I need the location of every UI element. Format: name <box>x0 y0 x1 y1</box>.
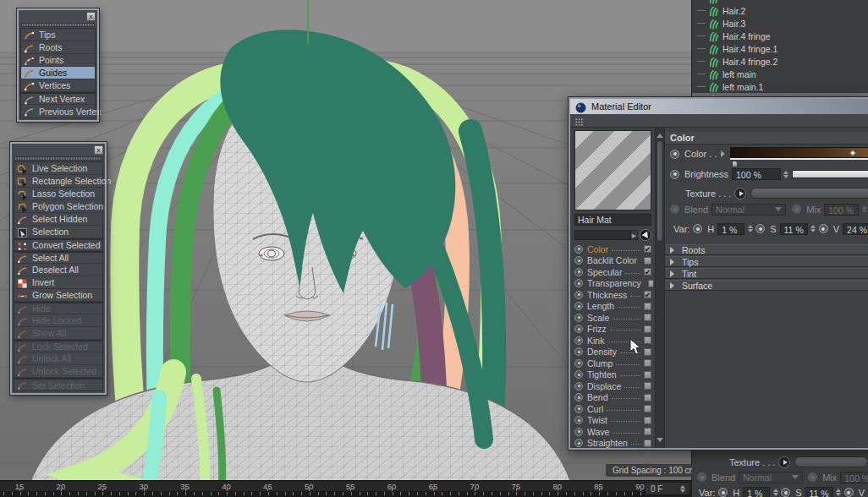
channel-radio[interactable] <box>574 291 583 299</box>
channel-radio[interactable] <box>574 405 583 413</box>
palette-grip-handle[interactable] <box>14 156 102 161</box>
channel-radio[interactable] <box>574 439 583 447</box>
material-layer-field[interactable] <box>574 230 630 240</box>
channel-displace[interactable]: Displace <box>574 380 653 392</box>
expand-arrow-icon[interactable]: ▶ <box>630 230 638 240</box>
palette-item-roots[interactable]: Roots <box>21 41 95 54</box>
pick-material-icon[interactable] <box>640 229 651 241</box>
palette-item-tips[interactable]: Tips <box>21 29 95 41</box>
blend-radio[interactable] <box>670 205 679 214</box>
scroll-down-icon[interactable] <box>656 438 663 445</box>
channel-radio[interactable] <box>574 428 583 436</box>
h-value-field[interactable]: 1 % <box>743 487 770 497</box>
channel-checkbox[interactable] <box>644 325 651 333</box>
palette-item-lasso-selection[interactable]: Lasso Selection <box>14 188 102 200</box>
spinner-icon[interactable] <box>835 487 843 497</box>
object-row-hair-4-fringe-1[interactable]: Hair.4 fringe.1 <box>692 42 868 55</box>
palette-item-live-selection[interactable]: Live Selection <box>14 162 102 175</box>
palette-item-convert-selected[interactable]: Convert Selected <box>14 238 102 251</box>
channel-thickness[interactable]: Thickness✔ <box>574 289 653 301</box>
channel-checkbox[interactable] <box>644 405 651 412</box>
palette-item-deselect-all[interactable]: Deselect All <box>14 264 102 276</box>
palette-item-selection[interactable]: Selection <box>14 226 102 238</box>
object-row-hair-3[interactable]: Hair.3 <box>692 17 868 30</box>
spinner-icon[interactable] <box>783 168 790 180</box>
channel-checkbox[interactable] <box>644 371 651 379</box>
mix-value-field[interactable]: 100 % <box>840 472 868 483</box>
channel-bend[interactable]: Bend <box>574 392 653 404</box>
close-icon[interactable]: x <box>94 145 103 155</box>
texture-field[interactable] <box>794 456 868 467</box>
color-radio[interactable] <box>670 150 679 159</box>
palette-item-vertices[interactable]: Vertices <box>21 79 95 92</box>
channel-checkbox[interactable] <box>644 348 651 356</box>
object-row-left-main[interactable]: left main <box>692 68 868 80</box>
var-h-radio[interactable] <box>693 224 702 233</box>
channel-kink[interactable]: Kink <box>574 335 653 347</box>
channel-checkbox[interactable] <box>644 417 651 424</box>
texture-field[interactable] <box>750 188 868 199</box>
color-gradient-field[interactable] <box>730 147 868 161</box>
channel-tighten[interactable]: Tighten <box>574 369 653 381</box>
channel-checkbox[interactable] <box>644 382 651 390</box>
channel-radio[interactable] <box>574 370 583 379</box>
expand-triangle-icon[interactable] <box>721 150 728 157</box>
blend-dropdown[interactable]: Normal <box>711 204 786 216</box>
var-s-radio[interactable] <box>781 488 790 497</box>
channel-specular[interactable]: Specular✔ <box>574 266 653 278</box>
channel-wave[interactable]: Wave <box>574 426 653 438</box>
scroll-up-icon[interactable] <box>656 130 663 138</box>
selection-palette-titlebar[interactable]: x <box>14 145 103 156</box>
palette-item-grow-selection[interactable]: Grow Selection <box>14 289 102 302</box>
channel-straighten[interactable]: Straighten <box>574 438 653 449</box>
current-frame-field[interactable]: 0 F <box>645 482 690 495</box>
material-name-field[interactable]: Hair Mat <box>574 214 651 226</box>
channel-backlit-color[interactable]: Backlit Color <box>574 255 653 267</box>
mix-radio[interactable] <box>808 472 817 482</box>
s-value-field[interactable]: 11 % <box>780 223 808 235</box>
palette-item-rectangle-selection[interactable]: Rectangle Selection <box>14 175 102 188</box>
channel-curl[interactable]: Curl <box>574 403 653 415</box>
palette-item-polygon-selection[interactable]: Polygon Selection <box>14 200 102 213</box>
channel-radio[interactable] <box>574 347 583 356</box>
palette-item-select-hidden[interactable]: Select Hidden <box>14 213 102 226</box>
palette-item-next-vertex[interactable]: Next Vertex <box>21 92 95 105</box>
channel-radio[interactable] <box>574 279 583 287</box>
palette-item-points[interactable]: Points <box>21 54 95 67</box>
channel-radio[interactable] <box>574 268 583 276</box>
h-value-field[interactable]: 1 % <box>717 223 744 235</box>
channel-radio[interactable] <box>574 416 583 424</box>
channel-radio[interactable] <box>574 393 583 401</box>
s-value-field[interactable]: 11 % <box>805 487 833 497</box>
section-bar-surface[interactable]: Surface <box>665 280 868 291</box>
channel-checkbox[interactable] <box>644 428 651 435</box>
channel-color[interactable]: Color✔ <box>574 243 653 255</box>
blend-radio[interactable] <box>697 472 706 482</box>
channel-checkbox[interactable] <box>648 280 653 287</box>
channel-radio[interactable] <box>574 359 583 368</box>
palette-grip-handle[interactable] <box>21 23 95 27</box>
spinner-icon[interactable] <box>746 223 754 235</box>
channel-checkbox[interactable] <box>644 336 651 344</box>
section-bar-tips[interactable]: Tips <box>665 256 868 267</box>
v-value-field[interactable]: 24 % <box>843 223 868 235</box>
channel-radio[interactable] <box>574 336 583 345</box>
spinner-icon[interactable] <box>678 483 686 494</box>
close-icon[interactable]: x <box>86 12 96 21</box>
texture-arrow-icon[interactable] <box>778 456 790 468</box>
brightness-value-field[interactable]: 100 % <box>732 168 781 180</box>
channel-frizz[interactable]: Frizz <box>574 324 653 336</box>
object-row-hair-2[interactable]: Hair.2 <box>692 4 868 17</box>
palette-item-guides[interactable]: Guides <box>21 67 95 79</box>
channel-radio[interactable] <box>574 302 583 310</box>
var-v-radio[interactable] <box>844 488 854 497</box>
texture-arrow-icon[interactable] <box>734 188 746 199</box>
vertical-scrollbar[interactable] <box>655 128 665 448</box>
section-bar-roots[interactable]: Roots <box>665 244 868 255</box>
channel-twist[interactable]: Twist <box>574 415 653 427</box>
guides-palette-titlebar[interactable]: x <box>20 12 96 23</box>
var-h-radio[interactable] <box>718 488 728 497</box>
channel-transparency[interactable]: Transparency <box>574 278 653 290</box>
channel-checkbox[interactable] <box>644 303 651 310</box>
palette-item-invert[interactable]: Invert <box>14 276 102 289</box>
